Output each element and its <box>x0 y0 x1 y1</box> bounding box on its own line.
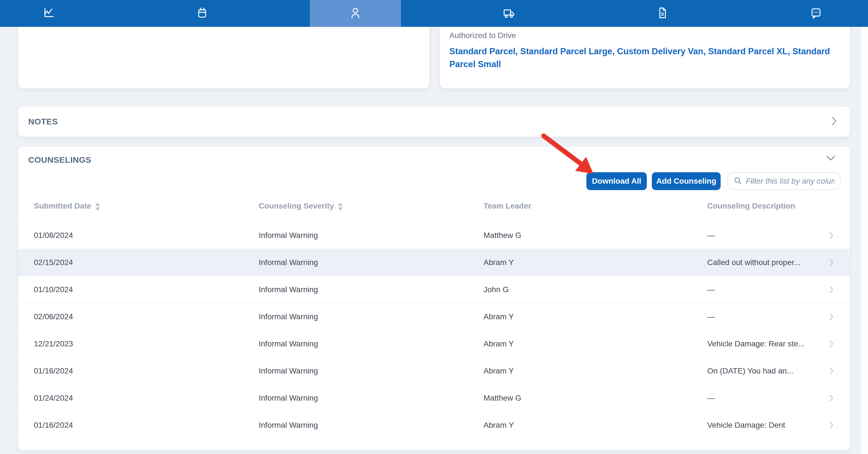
cell-description: — <box>707 394 821 402</box>
top-nav <box>0 0 868 27</box>
cell-submitted-date: 12/21/2023 <box>34 339 259 348</box>
cell-team-leader: Abram Y <box>484 258 707 267</box>
cell-severity: Informal Warning <box>259 285 484 294</box>
cell-submitted-date: 01/24/2024 <box>34 394 259 402</box>
cell-severity: Informal Warning <box>259 339 484 348</box>
filter-input[interactable] <box>746 177 834 186</box>
column-header-counseling-description: Counseling Description <box>707 201 821 210</box>
cell-team-leader: Matthew G <box>484 394 707 402</box>
column-header-submitted-date[interactable]: Submitted Date <box>34 201 259 210</box>
chevron-right-icon[interactable] <box>831 116 838 128</box>
chevron-right-icon <box>829 339 834 348</box>
cell-team-leader: Abram Y <box>484 366 707 376</box>
table-row[interactable]: 01/16/2024 Informal Warning Abram Y Vehi… <box>18 412 850 439</box>
person-icon <box>349 6 362 21</box>
add-counseling-button[interactable]: Add Counseling <box>652 172 721 190</box>
table-row[interactable]: 01/10/2024 Informal Warning John G — <box>18 276 850 303</box>
sort-icon[interactable] <box>95 203 100 210</box>
line-chart-icon <box>42 6 55 21</box>
cell-severity: Informal Warning <box>259 366 484 376</box>
counselings-section: COUNSELINGS Download All Add Counseling … <box>18 147 850 451</box>
cell-team-leader: Abram Y <box>484 421 707 430</box>
column-header-counseling-severity[interactable]: Counseling Severity <box>259 201 484 210</box>
table-row[interactable]: 01/16/2024 Informal Warning Abram Y On (… <box>18 357 850 384</box>
column-header-team-leader: Team Leader <box>484 201 707 210</box>
chat-icon <box>810 6 823 21</box>
counselings-title: COUNSELINGS <box>28 155 91 165</box>
cell-severity: Informal Warning <box>259 231 484 240</box>
cell-description: Called out without proper... <box>707 258 821 267</box>
cell-description: — <box>707 312 821 321</box>
table-row[interactable]: 01/08/2024 Informal Warning Matthew G — <box>18 222 850 249</box>
cell-severity: Informal Warning <box>259 394 484 402</box>
notes-section-header[interactable]: NOTES <box>18 106 850 137</box>
cell-team-leader: Matthew G <box>484 231 707 240</box>
chevron-right-icon <box>829 366 834 376</box>
cell-description: — <box>707 231 821 240</box>
cell-submitted-date: 02/15/2024 <box>34 258 259 267</box>
truck-icon <box>502 6 516 21</box>
cell-description: Vehicle Damage: Dent <box>707 421 821 430</box>
cell-submitted-date: 02/06/2024 <box>34 312 259 321</box>
document-icon <box>656 6 669 21</box>
table-row[interactable]: 02/15/2024 Informal Warning Abram Y Call… <box>18 249 850 276</box>
cell-severity: Informal Warning <box>259 258 484 267</box>
cell-submitted-date: 01/08/2024 <box>34 231 259 240</box>
scrollbar-track[interactable] <box>861 27 868 454</box>
profile-card <box>18 16 430 89</box>
cell-submitted-date: 01/10/2024 <box>34 285 259 294</box>
table-row[interactable]: 12/21/2023 Informal Warning Abram Y Vehi… <box>18 330 850 357</box>
sort-icon[interactable] <box>338 203 343 210</box>
chevron-right-icon <box>829 421 834 430</box>
cell-description: On (DATE) You had an... <box>707 366 821 376</box>
cell-team-leader: John G <box>484 285 707 294</box>
search-icon <box>734 176 742 186</box>
tab-analytics[interactable] <box>3 0 94 27</box>
cell-submitted-date: 01/16/2024 <box>34 366 259 376</box>
table-row[interactable]: 01/24/2024 Informal Warning Matthew G — <box>18 384 850 412</box>
chevron-down-icon[interactable] <box>825 155 836 163</box>
chevron-right-icon <box>829 285 834 294</box>
filter-input-container <box>727 172 841 190</box>
cell-severity: Informal Warning <box>259 421 484 430</box>
tab-messages[interactable] <box>770 0 862 27</box>
download-all-button[interactable]: Download All <box>586 172 647 190</box>
table-row[interactable]: 02/06/2024 Informal Warning Abram Y — <box>18 303 850 330</box>
authorized-to-drive-card: Authorized to Drive Standard Parcel, Sta… <box>440 16 850 89</box>
notes-title: NOTES <box>28 117 58 126</box>
chevron-right-icon <box>829 394 834 402</box>
chevron-right-icon <box>829 231 834 240</box>
chevron-right-icon <box>829 258 834 267</box>
authorized-to-drive-value: Standard Parcel, Standard Parcel Large, … <box>450 45 833 71</box>
table-header-row: Submitted Date Counseling Severity Team … <box>18 196 850 216</box>
cell-submitted-date: 01/16/2024 <box>34 421 259 430</box>
cell-description: Vehicle Damage: Rear ste... <box>707 339 821 348</box>
cell-team-leader: Abram Y <box>484 339 707 348</box>
tab-schedule[interactable] <box>157 0 248 27</box>
tab-fleet[interactable] <box>463 0 555 27</box>
cell-description: — <box>707 285 821 294</box>
cell-severity: Informal Warning <box>259 312 484 321</box>
calendar-icon <box>196 6 209 21</box>
tab-documents[interactable] <box>617 0 708 27</box>
chevron-right-icon <box>829 312 834 321</box>
authorized-to-drive-label: Authorized to Drive <box>450 31 516 40</box>
cell-team-leader: Abram Y <box>484 312 707 321</box>
tab-associate[interactable] <box>310 0 401 27</box>
table-body: 01/08/2024 Informal Warning Matthew G — … <box>18 222 850 439</box>
